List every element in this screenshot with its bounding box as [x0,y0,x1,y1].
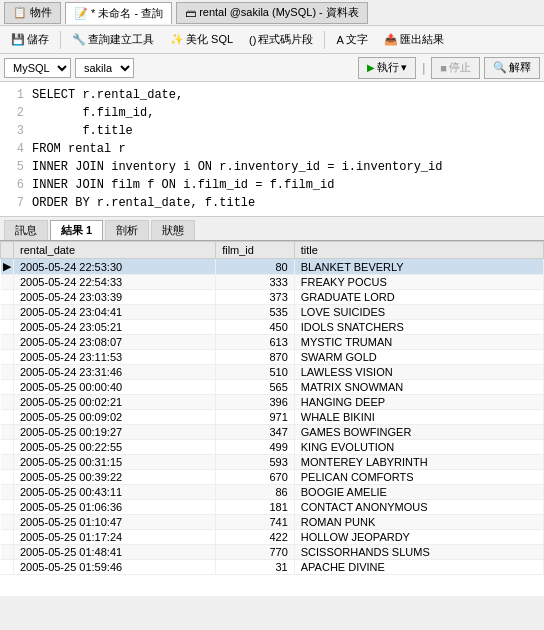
table-row[interactable]: 2005-05-25 00:09:02971WHALE BIKINI [1,410,544,425]
table-row[interactable]: ▶2005-05-24 22:53:3080BLANKET BEVERLY [1,259,544,275]
cell-rental-date: 2005-05-24 23:11:53 [14,350,216,365]
cell-film-id: 971 [216,410,295,425]
toolbar-separator-2 [324,31,325,49]
cell-title: MONTEREY LABYRINTH [294,455,543,470]
line-number: 7 [4,194,24,212]
result-tab[interactable]: 狀態 [151,220,195,240]
table-row[interactable]: 2005-05-25 01:17:24422HOLLOW JEOPARDY [1,530,544,545]
query-builder-icon: 🔧 [72,33,86,46]
cell-title: LOVE SUICIDES [294,305,543,320]
table-row[interactable]: 2005-05-25 00:43:1186BOOGIE AMELIE [1,485,544,500]
table-row[interactable]: 2005-05-24 23:08:07613MYSTIC TRUMAN [1,335,544,350]
row-indicator [1,560,14,575]
column-header[interactable]: title [294,242,543,259]
cell-title: IDOLS SNATCHERS [294,320,543,335]
row-indicator [1,335,14,350]
cell-title: CONTACT ANONYMOUS [294,500,543,515]
tab-table[interactable]: 🗃 rental @sakila (MySQL) - 資料表 [176,2,368,24]
cell-rental-date: 2005-05-25 01:10:47 [14,515,216,530]
cell-rental-date: 2005-05-25 00:39:22 [14,470,216,485]
database-select[interactable]: sakila [75,58,134,78]
code-snippet-icon: () [249,34,256,46]
cell-film-id: 31 [216,560,295,575]
table-row[interactable]: 2005-05-25 01:06:36181CONTACT ANONYMOUS [1,500,544,515]
cell-rental-date: 2005-05-24 23:05:21 [14,320,216,335]
cell-title: BOOGIE AMELIE [294,485,543,500]
column-header[interactable]: film_id [216,242,295,259]
table-row[interactable]: 2005-05-25 01:48:41770SCISSORHANDS SLUMS [1,545,544,560]
line-number: 1 [4,86,24,104]
db-engine-select[interactable]: MySQL [4,58,71,78]
code-snippet-button[interactable]: () 程式碼片段 [242,29,320,51]
row-indicator-header [1,242,14,259]
objects-tab-label: 物件 [30,5,52,20]
table-row[interactable]: 2005-05-25 00:31:15593MONTEREY LABYRINTH [1,455,544,470]
table-row[interactable]: 2005-05-25 00:00:40565MATRIX SNOWMAN [1,380,544,395]
stop-button[interactable]: ■ 停止 [431,57,480,79]
tab-query[interactable]: 📝 * 未命名 - 查詢 [65,2,172,24]
table-row[interactable]: 2005-05-25 00:02:21396HANGING DEEP [1,395,544,410]
cell-title: HANGING DEEP [294,395,543,410]
cell-title: MATRIX SNOWMAN [294,380,543,395]
save-button[interactable]: 💾 儲存 [4,29,56,51]
cell-rental-date: 2005-05-24 23:03:39 [14,290,216,305]
cell-rental-date: 2005-05-25 01:17:24 [14,530,216,545]
cell-film-id: 741 [216,515,295,530]
cell-film-id: 450 [216,320,295,335]
results-table-container[interactable]: rental_datefilm_idtitle ▶2005-05-24 22:5… [0,241,544,596]
code-line: 7ORDER BY r.rental_date, f.title [0,194,544,212]
row-indicator [1,380,14,395]
cell-rental-date: 2005-05-25 00:09:02 [14,410,216,425]
toolbar-separator-3: | [422,61,425,75]
table-tab-icon: 🗃 [185,7,196,19]
table-row[interactable]: 2005-05-24 23:31:46510LAWLESS VISION [1,365,544,380]
row-arrow-icon: ▶ [3,260,11,272]
explain-icon: 🔍 [493,61,507,74]
query-tab-icon: 📝 [74,7,88,20]
table-row[interactable]: 2005-05-24 23:11:53870SWARM GOLD [1,350,544,365]
cell-film-id: 670 [216,470,295,485]
line-text: FROM rental r [32,140,126,158]
text-button[interactable]: A 文字 [329,29,374,51]
result-tab[interactable]: 剖析 [105,220,149,240]
code-editor[interactable]: 1SELECT r.rental_date,2 f.film_id,3 f.ti… [0,82,544,217]
tab-objects[interactable]: 📋 物件 [4,2,61,24]
beautify-icon: ✨ [170,33,184,46]
title-bar: 📋 物件 📝 * 未命名 - 查詢 🗃 rental @sakila (MySQ… [0,0,544,26]
cell-title: APACHE DIVINE [294,560,543,575]
table-row[interactable]: 2005-05-24 23:03:39373GRADUATE LORD [1,290,544,305]
cell-title: LAWLESS VISION [294,365,543,380]
table-row[interactable]: 2005-05-25 00:39:22670PELICAN COMFORTS [1,470,544,485]
query-builder-button[interactable]: 🔧 查詢建立工具 [65,29,161,51]
cell-title: SCISSORHANDS SLUMS [294,545,543,560]
row-indicator [1,395,14,410]
column-header[interactable]: rental_date [14,242,216,259]
cell-title: PELICAN COMFORTS [294,470,543,485]
run-button[interactable]: ▶ 執行 ▾ [358,57,416,79]
line-text: ORDER BY r.rental_date, f.title [32,194,255,212]
row-indicator [1,455,14,470]
row-indicator [1,365,14,380]
table-row[interactable]: 2005-05-25 01:10:47741ROMAN PUNK [1,515,544,530]
cell-film-id: 373 [216,290,295,305]
table-row[interactable]: 2005-05-24 22:54:33333FREAKY POCUS [1,275,544,290]
cell-rental-date: 2005-05-25 00:22:55 [14,440,216,455]
code-line: 4FROM rental r [0,140,544,158]
beautify-sql-button[interactable]: ✨ 美化 SQL [163,29,240,51]
table-row[interactable]: 2005-05-24 23:04:41535LOVE SUICIDES [1,305,544,320]
line-text: INNER JOIN inventory i ON r.inventory_id… [32,158,442,176]
line-number: 3 [4,122,24,140]
cell-rental-date: 2005-05-24 23:04:41 [14,305,216,320]
result-tab[interactable]: 訊息 [4,220,48,240]
table-row[interactable]: 2005-05-25 01:59:4631APACHE DIVINE [1,560,544,575]
table-row[interactable]: 2005-05-25 00:19:27347GAMES BOWFINGER [1,425,544,440]
export-results-button[interactable]: 📤 匯出結果 [377,29,451,51]
cell-film-id: 181 [216,500,295,515]
table-row[interactable]: 2005-05-24 23:05:21450IDOLS SNATCHERS [1,320,544,335]
result-tab[interactable]: 結果 1 [50,220,103,240]
explain-button[interactable]: 🔍 解釋 [484,57,540,79]
table-row[interactable]: 2005-05-25 00:22:55499KING EVOLUTION [1,440,544,455]
row-indicator: ▶ [1,259,14,275]
text-icon: A [336,34,343,46]
row-indicator [1,530,14,545]
